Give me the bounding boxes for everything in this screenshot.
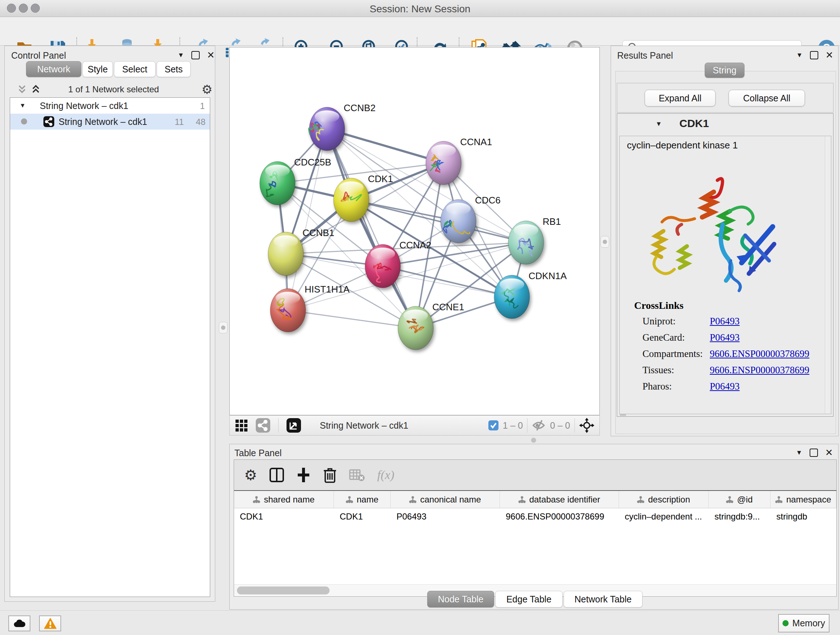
edge-HIST1H1A-CCNE1[interactable] [288,310,416,328]
current-network-dot-icon [21,119,27,125]
float-panel-icon[interactable]: ▼ [796,52,803,58]
network-selection-status: 1 of 1 Network selected [13,84,214,95]
network-view-canvas[interactable]: CCNB2CCNA1CDC25BCDK1CDC6RB1CCNB1CCNA2CDK… [229,47,600,415]
table-cell[interactable]: stringdb:9... [709,508,771,525]
horizontal-splitter-handle[interactable] [531,438,536,443]
cloud-status-button[interactable] [8,616,30,631]
network-row-selected[interactable]: String Network – cdk1 11 48 [10,114,210,130]
column-header--id[interactable]: @id [709,491,771,508]
table-row[interactable]: CDK1CDK1P064939606.ENSP00000378699cyclin… [234,508,836,584]
memory-button[interactable]: Memory [778,614,829,632]
table-cell[interactable]: cyclin–dependent ... [619,508,709,525]
table-cell[interactable]: CDK1 [234,508,334,525]
node-label-HIST1H1A: HIST1H1A [305,284,350,295]
network-node-CCNE1[interactable] [398,306,433,350]
node-label-CDC6: CDC6 [475,195,501,206]
scrollbar-thumb[interactable] [237,586,330,594]
results-horizontal-scrollbar[interactable] [620,414,626,416]
tree-expander-icon[interactable]: ▼ [19,102,26,109]
network-tree: ▼ String Network – cdk1 1 String Network… [10,97,210,597]
network-share-icon[interactable] [256,418,270,432]
network-node-CDK1[interactable] [333,178,369,222]
collapse-all-button[interactable]: Collapse All [729,90,805,106]
column-header-name[interactable]: name [334,491,391,508]
table-cell[interactable]: CDK1 [334,508,391,525]
column-header-namespace[interactable]: namespace [771,491,836,508]
edge-CCNB2-CCNE1[interactable] [327,129,416,328]
network-node-CCNA2[interactable] [365,244,401,288]
network-node-CDC6[interactable] [441,200,476,243]
table-panel-controls: ▼ ✕ [796,448,833,457]
tab-node-table[interactable]: Node Table [427,591,494,608]
application-window: Session: New Session [0,0,840,635]
network-node-CDC25B[interactable] [260,162,295,205]
network-node-CCNB1[interactable] [268,232,303,276]
float-panel-icon[interactable]: ▼ [178,52,184,58]
edge-CCNB2-CCNA1[interactable] [327,129,444,163]
selected-checkbox-icon[interactable] [488,420,499,431]
tab-network-table[interactable]: Network Table [564,591,643,608]
delete-table-icon[interactable] [349,468,365,482]
column-header-database-identifier[interactable]: database identifier [500,491,619,508]
tab-string[interactable]: String [705,63,745,78]
network-node-CCNB2[interactable] [309,107,345,150]
tab-network[interactable]: Network [26,61,81,77]
title-bar: Session: New Session [0,0,840,17]
network-node-HIST1H1A[interactable] [270,288,306,332]
table-cell[interactable]: stringdb [771,508,836,525]
crosslink-link[interactable]: P06493 [710,381,740,397]
maximize-panel-icon[interactable] [191,51,200,59]
function-builder-icon[interactable]: f(x) [377,468,394,482]
network-node-CCNA1[interactable] [426,141,461,185]
maximize-panel-icon[interactable] [810,448,818,457]
crosslink-link[interactable]: P06493 [710,332,740,348]
column-header-description[interactable]: description [619,491,709,508]
tab-edge-table[interactable]: Edge Table [495,591,562,608]
string-results-box: ▼ CDK1 cyclin–dependent kinase 1 [617,113,834,417]
expand-all-button[interactable]: Expand All [645,90,715,106]
network-node-CDKN1A[interactable] [494,275,530,318]
birdseye-grid-icon[interactable] [235,418,249,432]
network-options-gear-icon[interactable]: ⚙ [202,82,212,97]
main-toolbar: ? [0,17,840,46]
edge-CCNB2-HIST1H1A[interactable] [288,129,327,310]
node-label-CCNA2: CCNA2 [399,240,431,250]
warning-icon [44,618,57,629]
add-column-icon[interactable] [296,467,311,483]
table-settings-gear-icon[interactable]: ⚙ [244,467,257,483]
column-header-canonical-name[interactable]: canonical name [391,491,500,508]
crosslink-link[interactable]: 9606.ENSP00000378699 [710,364,809,381]
table-cell[interactable]: 9606.ENSP00000378699 [500,508,619,525]
network-collection-row[interactable]: ▼ String Network – cdk1 1 [10,98,210,114]
right-splitter-handle[interactable] [600,236,609,248]
tab-style[interactable]: Style [82,61,113,77]
table-cell[interactable]: P06493 [391,508,500,525]
float-panel-icon[interactable]: ▼ [796,449,802,456]
close-panel-icon[interactable]: ✕ [826,50,834,60]
network-node-RB1[interactable] [508,221,544,264]
node-label-RB1: RB1 [543,216,561,227]
section-expander-icon[interactable]: ▼ [655,120,662,128]
crosslink-link[interactable]: P06493 [710,316,740,332]
pan-crosshair-icon[interactable] [579,418,594,433]
crosslinks-list: Uniprot:P06493 GeneCard:P06493 Compartme… [643,316,823,397]
close-panel-icon[interactable]: ✕ [207,50,215,60]
crosslink-link[interactable]: 9606.ENSP00000378699 [710,348,809,364]
control-panel-title: Control Panel [11,50,66,61]
edge-RB1-HIST1H1A[interactable] [288,242,526,310]
left-splitter-handle[interactable] [219,322,227,333]
open-in-new-window-icon[interactable] [286,418,301,432]
results-vertical-scrollbar[interactable] [825,136,829,414]
network-graph[interactable]: CCNB2CCNA1CDC25BCDK1CDC6RB1CCNB1CCNA2CDK… [230,48,600,415]
delete-column-trash-icon[interactable] [323,467,337,483]
edge-CDK1-RB1[interactable] [351,200,526,242]
maximize-panel-icon[interactable] [810,51,818,59]
tab-select[interactable]: Select [114,61,156,77]
node-label-CDC25B: CDC25B [294,157,332,168]
tab-sets[interactable]: Sets [156,61,191,77]
column-header-shared-name[interactable]: shared name [234,491,334,508]
close-panel-icon[interactable]: ✕ [825,448,833,457]
crosslink-label: GeneCard: [643,332,710,348]
warnings-button[interactable] [39,616,61,631]
show-columns-icon[interactable] [270,467,284,483]
